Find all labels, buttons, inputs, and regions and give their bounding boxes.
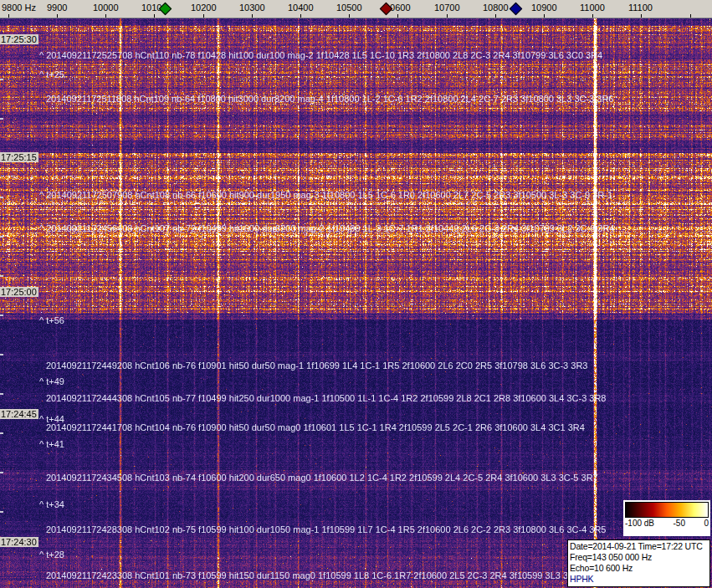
time-label-17-24-30: 17:24:30	[0, 537, 38, 547]
legend-mid-label: -50	[674, 518, 685, 529]
time-minor-tick	[0, 118, 3, 120]
freq-label-10300: 10300	[239, 3, 265, 13]
time-minor-tick	[0, 79, 3, 80]
freq-tick	[8, 14, 9, 18]
time-minor-tick	[0, 354, 3, 355]
time-label-17-25-30: 17:25:30	[0, 34, 38, 44]
freq-tick	[641, 14, 642, 18]
freq-tick	[447, 14, 448, 18]
detection-log-line: ^ 20140921172456408 hCnt107 nb-72 f10499…	[39, 224, 615, 233]
legend-min-label: -100 dB	[625, 518, 654, 529]
detection-log-line: 20140921172441708 hCnt104 nb-76 f10900 h…	[46, 423, 585, 432]
blue-diamond-marker-icon[interactable]	[510, 3, 523, 16]
freq-tick	[252, 14, 253, 18]
freq-tick	[690, 14, 691, 18]
freq-tick	[349, 14, 350, 18]
date-time-line: Date=2014-09-21 Time=17:22 UTC	[570, 541, 708, 552]
time-minor-tick	[0, 511, 3, 513]
time-minor-tick	[0, 432, 3, 434]
freq-label-10700: 10700	[434, 3, 460, 13]
freq-tick	[495, 14, 496, 18]
detection-log-line: 20140921172423308 hCnt101 nb-73 f10599 h…	[46, 571, 602, 580]
detection-log-line: 20140921172434508 hCnt103 nb-74 f10600 h…	[46, 473, 598, 483]
echo-line: Echo=10 600 Hz	[570, 563, 708, 574]
freq-tick	[300, 14, 301, 18]
detection-log-line: ^ 20140921172507908 hCnt108 nb-66 f10600…	[39, 191, 612, 200]
time-minor-tick	[0, 236, 3, 238]
frequency-axis: 9800 Hz990010000101001020010300104001050…	[0, 0, 712, 18]
freq-tick	[105, 14, 106, 18]
time-offset-marker: ^ t+49	[39, 377, 64, 386]
freq-tick	[154, 14, 155, 18]
time-label-17-25-15: 17:25:15	[0, 152, 38, 162]
freq-label-11000: 11000	[580, 3, 605, 13]
time-minor-tick	[0, 314, 3, 316]
status-info-box: Date=2014-09-21 Time=17:22 UTC Freq=143 …	[567, 539, 710, 587]
freq-tick	[397, 14, 398, 18]
time-label-17-25-00: 17:25:00	[0, 287, 38, 297]
time-offset-marker: ^ t+34	[39, 500, 64, 509]
time-minor-tick	[0, 197, 3, 198]
detection-log-line: 20140921172449208 hCnt106 nb-76 f10901 h…	[46, 361, 587, 371]
legend-labels: -100 dB -50 0	[625, 518, 709, 529]
freq-label-10500: 10500	[336, 3, 362, 13]
freq-tick	[592, 14, 593, 18]
detection-log-line: 20140921172511808 hCnt109 nb-64 f10800 h…	[46, 95, 613, 104]
time-minor-tick	[0, 275, 3, 277]
freq-label-10200: 10200	[191, 3, 217, 13]
time-minor-tick	[0, 393, 3, 395]
freq-label-10900: 10900	[531, 3, 557, 13]
freq-label-10400: 10400	[288, 3, 314, 13]
detection-log-line: 20140921172428308 hCnt102 nb-75 f10599 h…	[46, 525, 607, 534]
time-offset-marker: ^ t+56	[39, 316, 64, 325]
freq-label-11100: 11100	[628, 3, 653, 13]
time-offset-marker: ^ t+28	[39, 550, 64, 560]
colormap-gradient-bar	[625, 502, 709, 518]
freq-tick	[203, 14, 204, 18]
freq-label-9900: 9900	[47, 3, 67, 13]
time-minor-tick	[0, 472, 3, 473]
time-label-17-24-45: 17:24:45	[0, 409, 38, 419]
frequency-line: Freq=143 050 000 Hz	[570, 552, 708, 563]
freq-label-10800: 10800	[483, 3, 509, 13]
time-offset-marker: ^ t+25	[39, 70, 64, 79]
freq-label-10000: 10000	[93, 3, 119, 13]
freq-tick	[544, 14, 545, 18]
time-offset-marker: ^ t+41	[39, 440, 64, 449]
meteor-spectrogram-screen: 9800 Hz990010000101001020010300104001050…	[0, 0, 712, 588]
legend-max-label: 0	[704, 518, 709, 529]
db-scale-legend: -100 dB -50 0	[623, 500, 710, 536]
freq-label-9800-hz: 9800 Hz	[2, 3, 36, 13]
freq-tick	[57, 14, 58, 18]
spectrogram-canvas	[0, 18, 712, 588]
station-code: HPHK	[570, 574, 708, 585]
detection-log-line: 20140921172444308 hCnt105 nb-77 f10499 h…	[46, 394, 607, 403]
detection-log-line: ^ 20140921172525708 hCnt110 nb-78 f10428…	[39, 51, 602, 60]
